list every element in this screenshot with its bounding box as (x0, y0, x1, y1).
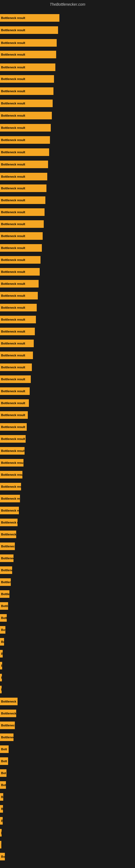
bar-item: Bottleneck result (0, 399, 29, 407)
bar-item: Bottleneck result (0, 375, 31, 383)
bar-item: Bottleneck result (0, 507, 19, 514)
bar-item: Bot (0, 769, 6, 777)
bar-item: Bottleneck result (0, 686, 2, 693)
site-title: TheBottlenecker.com (0, 0, 135, 9)
bar-item: Bottleneck result (0, 423, 27, 431)
bar-item: Bottleneck result (0, 256, 41, 264)
bar-item: Bottleneck result (0, 87, 53, 95)
bar-item: Bottleneck result (0, 590, 9, 598)
bar-item: Bottleneck result (0, 63, 55, 71)
bar-item: Bottleneck result (0, 244, 42, 252)
bar-item: Bottleneck (0, 710, 16, 717)
bar-item: Bottleneck (0, 698, 17, 705)
bar-item: Bottleneck result (0, 112, 52, 119)
bar-item: Bottleneck result (0, 208, 45, 216)
bar-item: Bottleneck result (0, 51, 56, 58)
bar-item: Bott (0, 757, 8, 765)
bar-item: Bottleneck result (0, 459, 24, 467)
bar-item: B (0, 805, 3, 813)
bar-item: Bottleneck result (0, 566, 12, 574)
bar-item: Bottleneck result (0, 340, 34, 347)
bar-item: Bottleneck (0, 721, 15, 729)
bar-item: Bottleneck result (0, 447, 25, 455)
bar-item: Bottleneck result (0, 268, 40, 276)
bar-item: Bo (0, 853, 5, 860)
bar-item: Bottleneck result (0, 638, 4, 646)
bar-item: Bottleneck result (0, 292, 38, 300)
bar-item: Bottleneck result (0, 542, 15, 550)
bar-item: Bottleneck result (0, 184, 46, 192)
bar-item: Bottleneck result (0, 124, 51, 131)
bar-item: | (0, 829, 2, 837)
bar-item: Bottleneck result (0, 554, 13, 562)
bar-item: Bottleneck result (0, 519, 17, 526)
bar-item: Bottleneck result (0, 232, 43, 240)
bar-item: Bottleneck result (0, 75, 54, 83)
bar-item: Bottleneck result (0, 316, 36, 323)
bar-item: Bottleneck result (0, 26, 58, 34)
bar-item: Bottleneck result (0, 531, 16, 538)
bar-item: Bottleneck result (0, 136, 50, 144)
bar-item: Bottleneck result (0, 351, 33, 359)
bar-item: Bottleneck result (0, 14, 59, 22)
bar-item: Bottleneck result (0, 626, 5, 633)
bar-item: Bottleneck result (0, 662, 2, 670)
bar-item: B (0, 817, 3, 825)
bar-item: B (0, 793, 3, 801)
bar-item: Bottleneck result (0, 650, 3, 657)
bar-item: Bottleneck result (0, 471, 22, 478)
bar-item: Bottleneck result (0, 173, 47, 180)
bar-item: Bottleneck result (0, 99, 53, 107)
bar-item: Bottleneck result (0, 280, 39, 287)
bar-item: Bottleneck (0, 734, 13, 741)
bar-item: Bottleneck result (0, 614, 7, 622)
bar-item: Bottleneck result (0, 304, 37, 311)
bar-item: Bottleneck result (0, 196, 45, 204)
bar-item: | (0, 841, 1, 848)
bar-item: Bottleneck result (0, 220, 44, 228)
bar-item: Bottleneck result (0, 328, 35, 335)
bar-item: Bottleneck result (0, 364, 32, 371)
bar-item: Bottleneck result (0, 435, 26, 443)
bar-item: Bottleneck result (0, 411, 28, 419)
bar-item: Bottleneck result (0, 495, 20, 502)
bar-item: Bottleneck result (0, 388, 30, 395)
bar-item: Bottleneck result (0, 674, 2, 681)
bar-item: Bott (0, 745, 9, 753)
bar-item: Bottleneck result (0, 148, 49, 156)
bar-item: Bottleneck result (0, 483, 21, 490)
bar-item: Bottleneck result (0, 578, 11, 586)
bar-item: Bottleneck result (0, 39, 57, 46)
bar-item: Bottleneck result (0, 602, 8, 610)
bar-item: Bottleneck result (0, 161, 48, 168)
bar-item: Bot (0, 781, 6, 789)
